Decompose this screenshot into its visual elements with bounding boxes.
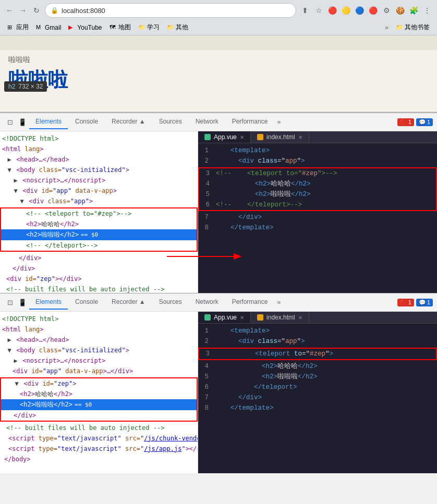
source-tab-appvue-1[interactable]: App.vue ✕ [198, 131, 251, 143]
source-code-2[interactable]: 1 <template> 2 <div class="app"> 3 <tele… [198, 324, 437, 473]
cookie-icon[interactable]: 🍪 [394, 5, 406, 16]
menu-icon[interactable]: ⋮ [421, 5, 433, 16]
close-appvue-1[interactable]: ✕ [240, 134, 244, 140]
tab-performance-1[interactable]: Performance [226, 115, 274, 129]
devtools-body-2: <!DOCTYPE html> <html lang> ▶ <head>…</h… [0, 312, 437, 473]
code-line: 2 <div class="app"> [198, 336, 437, 347]
bookmark-study[interactable]: 📁 学习 [135, 22, 163, 33]
inspect-button-2[interactable]: ⊡ [4, 297, 16, 308]
extension3-icon[interactable]: 🔵 [354, 5, 365, 16]
dom-line: <h2>哈哈哈</h2> [1, 389, 197, 399]
forward-button[interactable]: → [18, 5, 28, 16]
bookmark-apps-label: 应用 [16, 23, 29, 32]
apps-icon: ⊞ [7, 24, 15, 31]
dom-line: ▶ <noscript>…</noscript> [0, 175, 198, 186]
dom-line: ▶ <head>…</head> [0, 154, 198, 165]
bookmark-youtube-label: YouTube [77, 24, 102, 31]
tab-network-2[interactable]: Network [189, 295, 225, 310]
tooltip-size: 732 × 32 [18, 83, 43, 90]
bookmark-other-bookmarks[interactable]: 📁 其他书签 [393, 22, 433, 33]
bookmark-other[interactable]: 📁 其他 [164, 22, 191, 33]
dom-line-comment2: <!-- </teleport>--> [1, 240, 197, 251]
bookmark-maps[interactable]: 🗺 地图 [106, 22, 134, 33]
tab-console-2[interactable]: Console [69, 295, 104, 310]
info-badge-2: 💬 1 [416, 299, 433, 306]
source-tab-indexhtml-2[interactable]: index.html ✕ [251, 312, 309, 323]
inspect-button-1[interactable]: ⊡ [4, 116, 16, 128]
source-tab-appvue-2[interactable]: App.vue ✕ [198, 312, 251, 323]
bookmark-youtube[interactable]: ▶ YouTube [65, 23, 105, 32]
share-icon[interactable]: ⬆ [299, 5, 311, 16]
tab-more-1[interactable]: » [275, 115, 283, 129]
bookmark-other-label: 其他 [176, 23, 188, 32]
tab-elements-1[interactable]: Elements [29, 115, 68, 129]
tab-sources-2[interactable]: Sources [153, 295, 188, 310]
dom-line: </div> [0, 253, 198, 263]
source-tabs-2: App.vue ✕ index.html ✕ [198, 312, 437, 324]
more-bookmarks[interactable]: » [382, 23, 392, 32]
back-button[interactable]: ← [4, 5, 15, 16]
dom-panel-1[interactable]: <!DOCTYPE html> <html lang> ▶ <head>…</h… [0, 131, 198, 293]
code-line: 4 <h2>哈哈哈</h2> [198, 361, 437, 372]
error-badge-2: 🚫 1 [397, 299, 414, 306]
extension4-icon[interactable]: 🔴 [367, 5, 379, 16]
dom-line-h2-2-selected[interactable]: <h2>啦啦啦</h2>== $0 [1, 229, 197, 240]
dom-line-h2-selected-2[interactable]: <h2>啦啦啦</h2>== $0 [1, 399, 197, 410]
dom-line: <!DOCTYPE html> [0, 133, 198, 144]
dom-line: <div id="app" data-v-app>…</div> [0, 366, 198, 376]
page-heading: 啦啦啦 [8, 67, 429, 93]
html-icon-1 [257, 134, 263, 140]
devtools-badges-1: 🚫 1 💬 1 [397, 118, 433, 126]
vue-icon-2 [204, 314, 211, 321]
extension1-icon[interactable]: 🔴 [326, 5, 338, 16]
tab-recorder-2[interactable]: Recorder ▲ [105, 295, 152, 310]
close-indexhtml-2[interactable]: ✕ [298, 315, 302, 321]
dom-line: <!-- built files will be auto injected -… [0, 284, 198, 293]
dom-line: ▶ <head>…</head> [0, 335, 198, 345]
device-button-1[interactable]: 📱 [17, 116, 28, 128]
study-icon: 📁 [138, 24, 145, 31]
close-appvue-2[interactable]: ✕ [240, 315, 244, 321]
close-indexhtml-1[interactable]: ✕ [298, 134, 302, 140]
star-icon[interactable]: ☆ [313, 5, 324, 16]
tab-console-1[interactable]: Console [69, 115, 104, 129]
devtools-body-1: <!DOCTYPE html> <html lang> ▶ <head>…</h… [0, 131, 437, 293]
other-icon: 📁 [167, 24, 174, 31]
dom-panel-2[interactable]: <!DOCTYPE html> <html lang> ▶ <head>…</h… [0, 312, 198, 473]
code-line-3-2: 3 <teleport to="#zep"> [199, 349, 436, 359]
code-line-5: 5 <h2>啦啦啦</h2> [199, 189, 436, 200]
tab-sources-1[interactable]: Sources [153, 115, 188, 129]
source-code-1[interactable]: 1 <template> 2 <div class="app"> 3 <!-- … [198, 143, 437, 293]
source-tab-indexhtml-1[interactable]: index.html ✕ [251, 131, 309, 143]
extension2-icon[interactable]: 🟡 [340, 5, 351, 16]
gmail-icon: M [36, 24, 43, 31]
bookmark-maps-label: 地图 [118, 23, 131, 32]
code-line: 1 <template> [198, 326, 437, 336]
bookmark-other-bookmarks-label: 其他书签 [405, 23, 430, 32]
dom-line: ▼ <div id="app" data-v-app> [0, 186, 198, 196]
tab-recorder-1[interactable]: Recorder ▲ [105, 115, 152, 129]
tab-elements-2[interactable]: Elements [29, 295, 68, 310]
dom-line-h2-1: <h2>哈哈哈</h2> [1, 219, 197, 229]
devtools-header-2: ⊡ 📱 Elements Console Recorder ▲ Sources … [0, 293, 437, 312]
bookmark-gmail[interactable]: M Gmail [33, 23, 64, 32]
vue-icon-1 [204, 134, 211, 140]
youtube-icon: ▶ [68, 24, 76, 31]
dom-line-comment1: <!-- <teleport to="#zep">--> [1, 208, 197, 219]
bookmark-apps[interactable]: ⊞ 应用 [4, 22, 32, 33]
settings-icon[interactable]: ⚙ [381, 5, 392, 16]
tab-performance-2[interactable]: Performance [226, 295, 274, 310]
tab-network-1[interactable]: Network [189, 115, 225, 129]
device-button-2[interactable]: 📱 [17, 297, 28, 308]
tab-more-2[interactable]: » [275, 296, 283, 309]
dom-line: <!-- built files will be auto injected -… [0, 423, 198, 433]
code-line-6: 6 <!-- </teleport>--> [199, 200, 436, 210]
dom-line: <script type="text/javascript" src="/js/… [0, 433, 198, 444]
address-bar[interactable]: 🔒 localhost:8080 [45, 3, 296, 18]
code-line-4: 4 <h2>哈哈哈</h2> [199, 179, 436, 189]
puzzle-icon[interactable]: 🧩 [408, 5, 419, 16]
code-line: 1 <template> [198, 145, 437, 156]
reload-button[interactable]: ↻ [31, 5, 42, 16]
dom-line: ▼ <body class="vsc-initialized"> [0, 165, 198, 175]
dom-line: ▼ <body class="vsc-initialized"> [0, 345, 198, 355]
